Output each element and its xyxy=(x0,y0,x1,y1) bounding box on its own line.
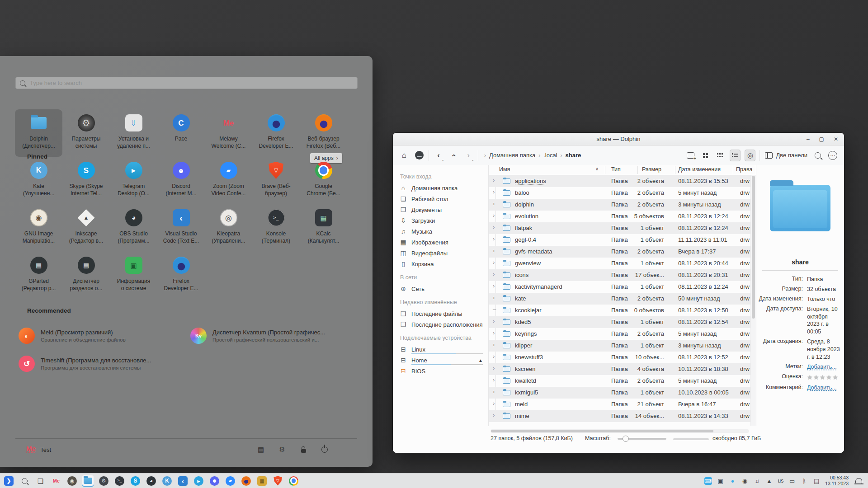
expander-icon[interactable]: › xyxy=(493,388,495,395)
recommended-item-kvantum[interactable]: KvДиспетчер Kvantum (Простой графичес...… xyxy=(187,322,354,350)
sidebar-item-network[interactable]: ⊕Сеть xyxy=(399,283,486,294)
file-name[interactable]: knewstuff3 xyxy=(515,354,543,361)
table-row[interactable]: ›gegl-0.4Папка1 объект11.11.2023 в 11:01… xyxy=(489,234,750,246)
tray-bluetooth-icon[interactable]: ᛒ xyxy=(801,477,808,485)
pinned-app-system-info[interactable]: ▣Информация о системе xyxy=(110,252,157,299)
horizontal-scrollbar[interactable] xyxy=(491,429,749,433)
tray-clipboard-icon[interactable]: ▤ xyxy=(813,477,820,485)
table-row[interactable]: ›gwenviewПапка1 объект08.11.2023 в 20:44… xyxy=(489,258,750,269)
tray-status-dot-icon[interactable]: ● xyxy=(729,477,736,485)
expander-icon[interactable]: › xyxy=(493,318,495,324)
pinned-app-firefox[interactable]: Веб-браузер Firefox (Веб... xyxy=(300,109,347,157)
lock-icon[interactable] xyxy=(299,445,308,454)
pinned-app-obs-studio[interactable]: ◕OBS Studio (Программ... xyxy=(110,204,157,252)
rating-stars[interactable]: ★★★★★ xyxy=(807,373,840,382)
column-header-type[interactable]: Тип xyxy=(611,166,621,173)
file-name[interactable]: kded5 xyxy=(515,319,531,325)
file-name[interactable]: evolution xyxy=(515,213,538,220)
taskbar-app-chrome[interactable] xyxy=(288,475,299,487)
table-row[interactable]: ›kwalletdПапка2 объекта5 минут назадdrw xyxy=(489,375,750,387)
minimize-button[interactable]: – xyxy=(807,136,810,142)
up-button[interactable]: › xyxy=(448,150,459,161)
taskbar-app-konsole[interactable]: >_ xyxy=(114,475,125,487)
expander-icon[interactable]: › xyxy=(493,376,495,383)
notifications-bell-icon[interactable] xyxy=(855,478,862,483)
table-row[interactable]: ›kscreenПапка4 объекта10.11.2023 в 18:38… xyxy=(489,363,750,375)
pinned-app-telegram[interactable]: ▸Telegram Desktop (О... xyxy=(110,157,157,204)
details-view-icon[interactable] xyxy=(730,150,741,161)
pinned-app-konsole[interactable]: >_Konsole (Терминал) xyxy=(252,204,300,252)
files-session-icon[interactable]: ▤ xyxy=(256,445,265,454)
pinned-app-firefox-developer[interactable]: Firefox Developer E... xyxy=(252,109,300,157)
file-name[interactable]: baloo xyxy=(515,189,529,196)
compact-view-icon[interactable] xyxy=(715,150,726,161)
pinned-app-pace[interactable]: CPace xyxy=(157,109,205,157)
add-link[interactable]: Добавить... xyxy=(807,363,837,371)
tray-volume-icon[interactable]: ♫ xyxy=(754,477,761,485)
tray-location-icon[interactable]: ◉ xyxy=(741,477,749,485)
breadcrumb-segment[interactable]: Домашняя папка xyxy=(489,152,535,159)
more-options-icon[interactable] xyxy=(827,150,838,161)
slider-handle[interactable] xyxy=(623,436,629,442)
taskbar-app-gimp[interactable]: ◉ xyxy=(66,475,78,487)
sidebar-item-hard-drive[interactable]: ⊟Home▲ xyxy=(399,355,486,366)
sidebar-item-music[interactable]: ♫Музыка xyxy=(399,226,486,237)
sidebar-item-desktop[interactable]: ❏Рабочий стол xyxy=(399,193,486,204)
file-name[interactable]: gegl-0.4 xyxy=(515,236,536,243)
back-button[interactable]: ‹⌄ xyxy=(433,150,444,161)
add-link[interactable]: Добавить... xyxy=(807,384,837,392)
column-header-perm[interactable]: Права xyxy=(736,166,752,173)
pinned-app-system-settings[interactable]: ⚙Параметры системы xyxy=(62,109,110,157)
recommended-item-meld[interactable]: ◐Meld (Просмотр различий)Сравнение и объ… xyxy=(15,322,182,350)
breadcrumb-segment[interactable]: .local xyxy=(543,152,557,159)
maximize-button[interactable]: ▢ xyxy=(819,136,824,142)
expander-icon[interactable]: › xyxy=(493,200,495,207)
expander-icon[interactable]: › xyxy=(493,341,495,348)
file-name[interactable]: gwenview xyxy=(515,260,541,267)
taskbar-app-pager[interactable]: ❏ xyxy=(35,475,46,487)
pinned-app-discord[interactable]: ☻Discord (Internet M... xyxy=(157,157,205,204)
table-row[interactable]: ›kded5Папка1 объект08.11.2023 в 12:54drw xyxy=(489,316,750,328)
eject-icon[interactable]: ▲ xyxy=(478,358,483,363)
sidebar-item-videos[interactable]: ◫Видеофайлы xyxy=(399,248,486,258)
table-row[interactable]: ›applicationsПапка2 объекта08.11.2023 в … xyxy=(489,175,750,187)
taskbar-app-brave[interactable]: ▽ xyxy=(272,475,283,487)
breadcrumb-segment[interactable]: share xyxy=(566,152,581,159)
titlebar[interactable]: share — Dolphin – ▢ ✕ xyxy=(393,133,844,145)
expander-icon[interactable]: › xyxy=(493,212,495,219)
file-name[interactable]: icons xyxy=(515,272,528,278)
launcher-search[interactable] xyxy=(15,77,358,89)
taskbar-app-kate[interactable]: K xyxy=(161,475,173,487)
table-row[interactable]: ›knewstuff3Папка10 объек...08.11.2023 в … xyxy=(489,352,750,363)
pinned-app-inkscape[interactable]: ▲Inkscape (Редактор в... xyxy=(62,204,110,252)
file-name[interactable]: klipper xyxy=(515,342,532,349)
column-header-name[interactable]: Имя xyxy=(499,166,510,173)
column-header-size[interactable]: Размер xyxy=(642,166,661,173)
file-name[interactable]: dolphin xyxy=(515,201,534,208)
expander-icon[interactable]: › xyxy=(493,365,495,371)
expander-icon[interactable]: › xyxy=(493,224,495,230)
user-avatar[interactable] xyxy=(414,150,425,161)
taskbar-app-discord[interactable]: ☻ xyxy=(209,475,220,487)
file-name[interactable]: kxmlgui5 xyxy=(515,389,538,396)
taskbar-app-melawy-welcome[interactable]: Me xyxy=(51,475,62,487)
taskbar-app-kcalc[interactable]: ▦ xyxy=(256,475,268,487)
file-name[interactable]: gvfs-metadata xyxy=(515,248,552,255)
pinned-app-kcalc[interactable]: ▦KCalc (Калькулят... xyxy=(300,204,347,252)
search-icon[interactable] xyxy=(812,150,823,161)
expander-icon[interactable]: › xyxy=(493,271,495,277)
sidebar-item-home[interactable]: ⌂Домашняя папка xyxy=(399,183,486,193)
expander-icon[interactable]: › xyxy=(493,177,495,183)
table-row[interactable]: ›meldПапка21 объектВчера в 16:47drw xyxy=(489,399,750,410)
file-name[interactable]: kwalletd xyxy=(515,377,536,384)
expander-icon[interactable]: › xyxy=(493,294,495,301)
file-name[interactable]: applications xyxy=(515,178,546,184)
file-name[interactable]: keyrings xyxy=(515,330,537,337)
pinned-app-melawy-welcome[interactable]: MeMelawy Welcome (C... xyxy=(205,109,252,157)
expander-icon[interactable]: › xyxy=(493,235,495,242)
zoom-slider[interactable] xyxy=(618,438,666,440)
search-input[interactable] xyxy=(29,79,353,87)
tray-screenshot-icon[interactable]: ▣ xyxy=(717,477,724,485)
sidebar-item-images[interactable]: ▦Изображения xyxy=(399,237,486,248)
scrollbar-thumb[interactable] xyxy=(752,176,755,319)
